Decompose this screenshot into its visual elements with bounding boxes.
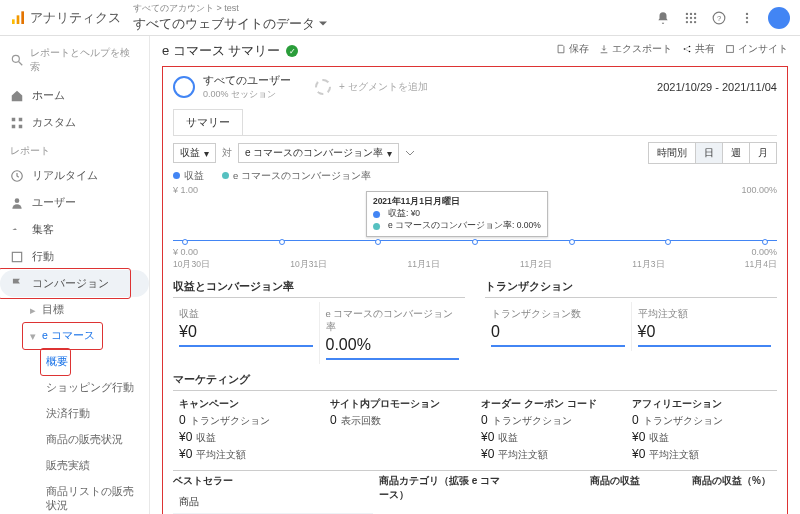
metric2-select[interactable]: e コマースのコンバージョン率▾ [238, 143, 399, 163]
date-range-picker[interactable]: 2021/10/29 - 2021/11/04 [657, 81, 777, 93]
view-title[interactable]: すべてのウェブサイトのデータ [133, 15, 327, 33]
toggle-day[interactable]: 日 [695, 143, 722, 163]
apps-icon[interactable] [684, 11, 698, 25]
metric1-select[interactable]: 収益▾ [173, 143, 216, 163]
sidebar: レポートとヘルプを検索 ホーム カスタム レポート リアルタイム ユーザー 集客… [0, 36, 150, 514]
svg-point-28 [689, 51, 691, 53]
svg-rect-29 [727, 46, 734, 53]
svg-line-18 [19, 62, 23, 66]
behavior-icon [10, 250, 24, 264]
kpi-revenue: 収益¥0 [173, 302, 319, 364]
export-button[interactable]: エクスポート [599, 42, 672, 56]
sidebar-product-sales[interactable]: 商品の販売状況 [0, 427, 149, 453]
sidebar-custom[interactable]: カスタム [0, 109, 149, 136]
svg-point-3 [686, 12, 688, 14]
avatar[interactable] [768, 7, 790, 29]
account-breadcrumb[interactable]: すべてのアカウント > test [133, 2, 327, 15]
toggle-week[interactable]: 週 [722, 143, 749, 163]
svg-point-5 [694, 12, 696, 14]
bestseller-header: ベストセラー [173, 471, 373, 491]
add-segment[interactable]: + セグメントを追加 [315, 73, 428, 101]
time-toggle: 時間別 日 週 月 [648, 142, 777, 164]
mkt-promo: サイト内プロモーション 0表示回数 [324, 395, 475, 464]
segment-all-users[interactable]: すべてのユーザー0.00% セッション [173, 73, 291, 101]
best-table-header: 商品カテゴリ（拡張 e コマース）商品の収益商品の収益（%） [373, 471, 777, 505]
save-button[interactable]: 保存 [556, 42, 589, 56]
insight-button[interactable]: インサイト [725, 42, 788, 56]
sidebar-acquisition[interactable]: 集客 [0, 216, 149, 243]
sidebar-behavior[interactable]: 行動 [0, 243, 149, 270]
sidebar-shopping[interactable]: ショッピング行動 [0, 375, 149, 401]
sidebar-overview[interactable]: 概要 [0, 349, 149, 375]
svg-rect-1 [17, 15, 20, 24]
svg-point-17 [12, 55, 19, 62]
svg-point-14 [746, 12, 748, 14]
mkt-campaign: キャンペーン 0トランザクション ¥0収益 ¥0平均注文額 [173, 395, 324, 464]
bell-icon[interactable] [656, 11, 670, 25]
home-icon [10, 89, 24, 103]
svg-rect-0 [12, 19, 15, 24]
user-icon [10, 196, 24, 210]
clock-icon [10, 169, 24, 183]
kpi-header-a: 収益とコンバージョン率 [173, 279, 465, 298]
svg-rect-19 [12, 117, 16, 121]
page-tools: 保存 エクスポート 共有 インサイト [556, 42, 788, 56]
summary-tab[interactable]: サマリー [173, 109, 243, 135]
line-chart[interactable]: 2021年11月1日月曜日 収益: ¥0 e コマースのコンバージョン率: 0.… [173, 197, 777, 245]
help-icon[interactable]: ? [712, 11, 726, 25]
search-icon [10, 53, 24, 67]
svg-text:?: ? [717, 13, 721, 22]
y-left-min: ¥ 0.00 [173, 247, 198, 257]
svg-point-11 [694, 20, 696, 22]
marketing-header: マーケティング [173, 372, 777, 391]
ga-logo[interactable]: アナリティクス [10, 9, 121, 27]
sidebar-goals[interactable]: ▸目標 [0, 297, 149, 323]
sidebar-ecommerce[interactable]: ▾e コマース [0, 323, 149, 349]
best-row-item[interactable]: 商品 [173, 491, 373, 513]
svg-point-6 [686, 16, 688, 18]
legend-revenue: 収益 [173, 170, 204, 183]
svg-point-27 [689, 46, 691, 48]
svg-rect-22 [19, 124, 23, 128]
svg-point-10 [690, 20, 692, 22]
sidebar-realtime[interactable]: リアルタイム [0, 162, 149, 189]
share-button[interactable]: 共有 [682, 42, 715, 56]
y-right-min: 0.00% [751, 247, 777, 257]
y-right-max: 100.00% [741, 185, 777, 195]
y-left-max: ¥ 1.00 [173, 185, 198, 195]
segment-circle-icon [173, 76, 195, 98]
search-input[interactable]: レポートとヘルプを検索 [0, 42, 149, 82]
sidebar-checkout[interactable]: 決済行動 [0, 401, 149, 427]
reports-label: レポート [0, 136, 149, 162]
svg-point-7 [690, 16, 692, 18]
sidebar-home[interactable]: ホーム [0, 82, 149, 109]
sidebar-user[interactable]: ユーザー [0, 189, 149, 216]
svg-rect-25 [12, 252, 21, 261]
no-data-message: このレポートのデータはありません。 [373, 505, 777, 514]
kpi-conv: e コマースのコンバージョン率0.00% [319, 302, 466, 364]
toggle-hour[interactable]: 時間別 [649, 143, 695, 163]
svg-point-8 [694, 16, 696, 18]
svg-point-15 [746, 16, 748, 18]
plus-circle-icon [315, 79, 331, 95]
sidebar-sales-perf[interactable]: 販売実績 [0, 453, 149, 479]
svg-point-26 [684, 48, 686, 50]
custom-icon [10, 116, 24, 130]
x-axis-ticks: 10月30日10月31日11月1日11月2日11月3日11月4日 [173, 259, 777, 271]
sidebar-conversion[interactable]: コンバージョン [0, 270, 149, 297]
kpi-avg: 平均注文額¥0 [631, 302, 778, 351]
chart-tooltip: 2021年11月1日月曜日 収益: ¥0 e コマースのコンバージョン率: 0.… [366, 191, 548, 237]
kpi-header-b: トランザクション [485, 279, 777, 298]
page-title: e コマース サマリー [162, 42, 280, 60]
chevron-down-icon[interactable] [405, 148, 415, 158]
svg-rect-21 [12, 124, 16, 128]
kpi-trans: トランザクション数0 [485, 302, 631, 351]
svg-rect-20 [19, 117, 23, 121]
sidebar-product-list[interactable]: 商品リストの販売状況 [0, 479, 149, 514]
more-vert-icon[interactable] [740, 11, 754, 25]
acquisition-icon [10, 223, 24, 237]
toggle-month[interactable]: 月 [749, 143, 776, 163]
svg-point-4 [690, 12, 692, 14]
svg-point-16 [746, 20, 748, 22]
svg-point-9 [686, 20, 688, 22]
